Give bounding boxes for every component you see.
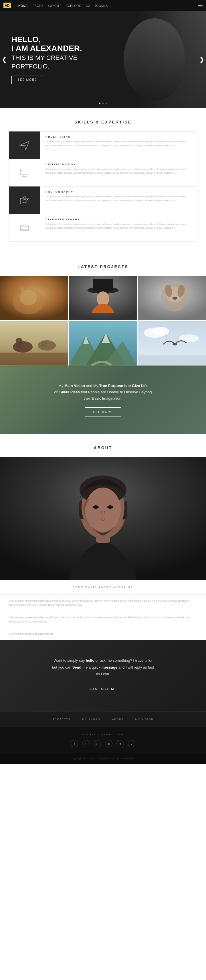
svg-point-33 xyxy=(173,297,177,300)
paper-plane-icon xyxy=(19,140,30,150)
skills-section: SKILLS & EXPERTISE ADVERTISING Dolor sit… xyxy=(0,108,206,242)
svg-rect-14 xyxy=(24,225,24,226)
hero-next-arrow[interactable]: ❯ xyxy=(199,56,204,63)
nav-links: HOME PAGES LAYOUT EXPLORE X2 JOOMLA xyxy=(18,3,108,8)
svg-rect-17 xyxy=(24,229,24,230)
contact-me-button[interactable]: CONTACT ME xyxy=(78,684,128,694)
about-facts-title: SOME BASIC FACTS ABOUT ME xyxy=(0,580,206,595)
svg-point-38 xyxy=(16,338,22,344)
contact-section: Want to simply say hello or ask me somet… xyxy=(0,640,206,711)
svg-rect-26 xyxy=(93,279,113,291)
projects-grid xyxy=(0,276,206,366)
social-google-plus-icon[interactable]: g+ xyxy=(93,740,101,748)
svg-point-59 xyxy=(107,505,113,509)
about-fact-3: Dolor sit amet, consectetur adipiscing e… xyxy=(0,628,206,640)
svg-point-51 xyxy=(173,343,177,345)
nav-item-explore[interactable]: EXPLORE xyxy=(66,3,81,8)
hamburger-menu[interactable] xyxy=(198,4,203,7)
svg-point-58 xyxy=(93,505,99,509)
project-girl[interactable] xyxy=(69,276,137,320)
nav-item-home[interactable]: HOME xyxy=(18,3,28,8)
hero-section: HELLO, I AM ALEXANDER. THIS IS MY CREATI… xyxy=(0,11,206,108)
projects-title: LATEST PROJECTS xyxy=(0,253,206,276)
camera-icon xyxy=(19,195,30,205)
social-facebook-icon[interactable]: f xyxy=(71,740,78,748)
copyright-text: Copyright © 2014 AD Template. All Rights… xyxy=(71,757,135,760)
svg-point-39 xyxy=(38,340,56,351)
digital-content: DIGITAL DESIGN Dolor sit amet, consectet… xyxy=(40,159,197,186)
hero-dots xyxy=(99,103,107,104)
svg-line-3 xyxy=(23,175,24,177)
social-title: SOCIAL CONNECTION xyxy=(0,733,206,736)
about-portrait-container xyxy=(0,457,206,580)
svg-rect-16 xyxy=(21,229,22,230)
svg-rect-6 xyxy=(21,170,22,171)
about-title: ABOUT xyxy=(0,434,206,457)
vision-content: My Main Vision and My True Purpose is to… xyxy=(54,383,152,417)
svg-rect-18 xyxy=(25,229,26,230)
projects-section: LATEST PROJECTS xyxy=(0,253,206,366)
footer-nav-about[interactable]: ABOUT xyxy=(112,718,124,721)
svg-rect-15 xyxy=(25,225,26,226)
hero-dot-1[interactable] xyxy=(99,103,100,104)
svg-rect-35 xyxy=(0,353,68,366)
project-cat[interactable] xyxy=(0,276,68,320)
skill-photography-row: PHOTOGRAPHY Dolor sit amet, consectetur … xyxy=(9,186,197,214)
project-dog[interactable] xyxy=(138,276,206,320)
hero-dot-2[interactable] xyxy=(102,103,104,104)
project-mountains[interactable] xyxy=(69,321,137,366)
advertising-content: ADVERTISING Dolor sit amet, consectetur … xyxy=(40,132,197,159)
navbar: AD HOME PAGES LAYOUT EXPLORE X2 JOOMLA xyxy=(0,0,206,11)
hero-dot-3[interactable] xyxy=(106,103,107,104)
svg-point-8 xyxy=(23,199,26,203)
copyright-bar: Copyright © 2014 AD Template. All Rights… xyxy=(0,753,206,764)
social-linkedin-icon[interactable]: in xyxy=(105,740,113,748)
footer-nav-projects[interactable]: PROJECTS xyxy=(52,718,71,721)
footer-nav-my-skills[interactable]: MY SKILLS xyxy=(82,718,100,721)
svg-point-9 xyxy=(27,199,28,200)
nav-item-layout[interactable]: LAYOUT xyxy=(48,3,61,8)
svg-line-4 xyxy=(26,175,26,177)
svg-point-21 xyxy=(20,290,37,305)
social-rss-icon[interactable]: ● xyxy=(116,740,124,748)
nav-item-pages[interactable]: PAGES xyxy=(33,3,44,8)
advertising-icon-cell xyxy=(9,132,40,159)
hero-greeting: HELLO, I AM ALEXANDER. THIS IS MY CREATI… xyxy=(11,35,82,70)
contact-text: Want to simply say hello or ask me somet… xyxy=(52,657,154,677)
nav-logo[interactable]: AD xyxy=(3,3,11,8)
film-icon xyxy=(19,223,30,233)
about-fact-1: Dolor sit amet, consectetur adipiscing e… xyxy=(0,595,206,611)
cinema-content: CINEMATOGRAPHY Dolor sit amet, consectet… xyxy=(40,214,197,241)
contact-content: Want to simply say hello or ask me somet… xyxy=(52,657,154,694)
social-section: SOCIAL CONNECTION f t g+ in ● v xyxy=(0,727,206,753)
cinema-icon-cell xyxy=(9,214,40,241)
nav-item-x2[interactable]: X2 xyxy=(86,3,90,8)
footer-nav-my-vision[interactable]: MY VISION xyxy=(135,718,154,721)
social-vimeo-icon[interactable]: v xyxy=(128,740,135,748)
vision-see-more-button[interactable]: SEE MORE xyxy=(85,407,121,417)
about-section: ABOUT xyxy=(0,434,206,640)
skill-digital-row: DIGITAL DESIGN Dolor sit amet, consectet… xyxy=(9,159,197,186)
svg-rect-40 xyxy=(42,340,47,347)
hero-prev-arrow[interactable]: ❮ xyxy=(2,56,7,63)
vision-section: My Main Vision and My True Purpose is to… xyxy=(0,366,206,434)
about-portrait-svg xyxy=(0,457,206,580)
photography-icon-cell xyxy=(9,186,40,214)
social-twitter-icon[interactable]: t xyxy=(82,740,90,748)
vision-text: My Main Vision and My True Purpose is to… xyxy=(54,383,152,402)
nav-item-joomla[interactable]: JOOMLA xyxy=(94,3,108,8)
svg-line-1 xyxy=(20,145,26,146)
hero-see-more-button[interactable]: SEE MORE xyxy=(11,76,43,84)
project-horses[interactable] xyxy=(0,321,68,366)
photography-content: PHOTOGRAPHY Dolor sit amet, consectetur … xyxy=(40,186,197,214)
svg-rect-13 xyxy=(21,225,22,226)
svg-point-36 xyxy=(13,341,33,353)
digital-icon-cell xyxy=(9,159,40,186)
project-bird[interactable] xyxy=(138,321,206,366)
monitor-icon xyxy=(19,168,30,178)
hero-content: HELLO, I AM ALEXANDER. THIS IS MY CREATI… xyxy=(0,35,82,84)
social-icons-row: f t g+ in ● v xyxy=(0,740,206,748)
skills-grid: ADVERTISING Dolor sit amet, consectetur … xyxy=(9,131,197,242)
skill-cinema-row: CINEMATOGRAPHY Dolor sit amet, consectet… xyxy=(9,214,197,241)
svg-point-49 xyxy=(152,327,170,336)
